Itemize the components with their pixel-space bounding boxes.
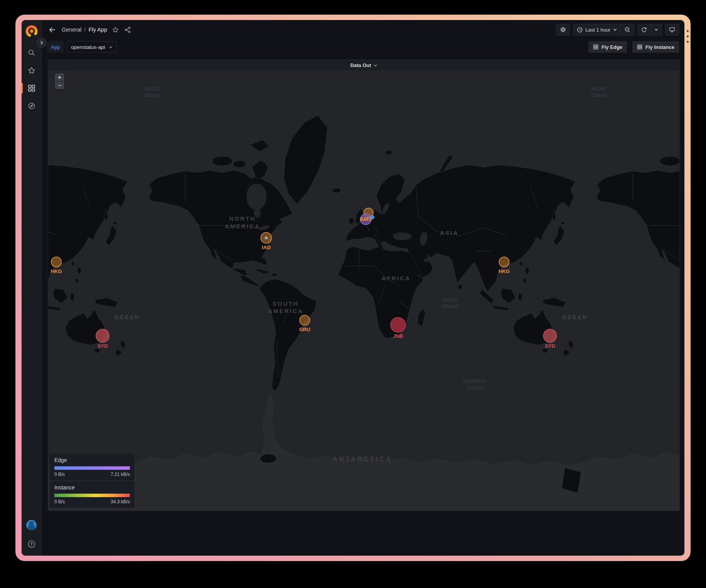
map-zoom-in-button[interactable]: + — [55, 73, 64, 81]
gear-icon — [560, 27, 566, 33]
label-southern-ocean-2: Ocean — [466, 384, 483, 390]
apps-grid-icon — [637, 44, 642, 50]
legend-instance-section: Instance 0 B/s 34.3 kB/s — [50, 481, 134, 508]
label-arctic-ocean-right-2: Ocean — [590, 92, 607, 98]
svg-text:AMS: AMS — [360, 216, 371, 222]
label-arctic-ocean-left-1: Arctic — [145, 85, 160, 92]
marker-syd[interactable]: SYD — [543, 329, 556, 349]
label-ocean-left: OCEAN — [114, 314, 140, 320]
label-north-america-1: NORTH — [229, 215, 256, 222]
label-antarctica: ANTARCTICA — [333, 456, 393, 462]
map-legend: Edge 0 B/s 7.21 kB/s Instance — [50, 454, 134, 508]
kiosk-mode-button[interactable] — [665, 24, 679, 35]
monitor-icon — [669, 27, 675, 33]
zoom-out-time-button[interactable] — [620, 24, 634, 35]
favorite-dashboard-button[interactable] — [112, 26, 119, 34]
label-southern-ocean-1: Southern — [463, 378, 486, 384]
refresh-interval-dropdown[interactable] — [651, 24, 662, 35]
refresh-group — [637, 24, 662, 35]
sidebar: ? — [22, 20, 42, 556]
share-icon — [124, 27, 131, 33]
arrow-left-icon — [49, 26, 56, 34]
map-zoom-control: + − — [54, 73, 65, 90]
label-indian-ocean-2: Ocean — [442, 303, 459, 309]
refresh-icon — [641, 27, 647, 33]
dashboards-grid-icon — [28, 84, 35, 92]
dashboard-links: Fly Edge Fly Instance — [588, 41, 679, 53]
time-range-label: Last 1 hour — [585, 27, 610, 33]
panel-header[interactable]: Data Out — [48, 60, 679, 70]
breadcrumb: General / Fly App — [47, 25, 132, 35]
legend-instance-title: Instance — [54, 484, 130, 491]
chevron-down-icon — [109, 45, 113, 49]
world-map-svg: Arctic Ocean Arctic Ocean NORTH AMERICA … — [48, 70, 679, 511]
svg-text:IAD: IAD — [262, 245, 271, 250]
sidebar-expand-button[interactable] — [37, 38, 47, 48]
sidebar-item-explore[interactable] — [22, 97, 42, 115]
app-variable-dropdown[interactable]: openstatus-api — [67, 41, 117, 53]
clock-icon — [577, 27, 583, 33]
marker-hkg[interactable]: HKG — [499, 257, 510, 274]
back-button[interactable] — [47, 25, 57, 35]
app-variable-label[interactable]: App — [47, 41, 64, 53]
legend-edge-max: 7.21 kB/s — [111, 472, 130, 477]
active-indicator — [22, 83, 23, 94]
svg-text:SYD: SYD — [97, 343, 108, 349]
world-map[interactable]: Arctic Ocean Arctic Ocean NORTH AMERICA … — [48, 70, 679, 511]
star-icon — [28, 67, 35, 74]
time-range-picker[interactable]: Last 1 hour — [573, 24, 620, 35]
ocean-background — [48, 70, 679, 511]
marker-syd-west[interactable]: SYD — [96, 329, 109, 349]
frame-grip-dot — [687, 35, 689, 37]
apps-grid-icon — [593, 44, 598, 50]
sidebar-item-dashboards[interactable] — [22, 79, 42, 97]
sidebar-item-starred[interactable] — [22, 62, 42, 79]
refresh-button[interactable] — [638, 24, 651, 35]
chevron-right-icon — [40, 41, 44, 45]
label-south-america-1: SOUTH — [272, 300, 299, 307]
legend-instance-max: 34.3 kB/s — [111, 499, 130, 504]
star-icon — [112, 27, 119, 33]
marker-hkg-west[interactable]: HKG — [51, 257, 62, 274]
sidebar-item-help[interactable]: ? — [22, 539, 42, 549]
share-dashboard-button[interactable] — [124, 26, 132, 34]
instance-marker-dot[interactable] — [371, 216, 374, 219]
label-arctic-ocean-right-1: Arctic — [591, 85, 606, 92]
fly-edge-label: Fly Edge — [602, 44, 622, 50]
window-frame: ? — [15, 15, 691, 561]
zoom-out-icon — [624, 27, 630, 33]
marker-iad[interactable]: IAD — [261, 233, 272, 250]
dashboard-settings-button[interactable] — [556, 24, 570, 35]
legend-edge-min: 0 B/s — [54, 472, 65, 477]
label-arctic-ocean-left-2: Ocean — [144, 92, 161, 98]
breadcrumb-dashboard-title[interactable]: Fly App — [89, 27, 107, 33]
svg-text:HKG: HKG — [51, 268, 62, 274]
breadcrumb-folder[interactable]: General — [62, 27, 82, 33]
main-content: General / Fly App — [42, 20, 684, 556]
label-africa: AFRICA — [382, 275, 410, 281]
legend-instance-min: 0 B/s — [54, 499, 65, 504]
label-asia: ASIA — [440, 230, 459, 236]
fly-instance-link[interactable]: Fly Instance — [632, 41, 679, 53]
grafana-logo-icon[interactable] — [25, 25, 38, 38]
chevron-down-icon — [373, 64, 377, 67]
legend-edge-title: Edge — [54, 457, 130, 463]
map-zoom-out-button[interactable]: − — [55, 81, 64, 89]
breadcrumb-separator: / — [84, 27, 86, 33]
screenshot-stage: ? — [0, 0, 706, 588]
svg-text:HKG: HKG — [499, 268, 510, 274]
sidebar-bottom: ? — [22, 520, 42, 549]
label-south-america-2: AMERICA — [268, 308, 303, 315]
user-avatar[interactable] — [26, 520, 37, 530]
search-icon — [28, 49, 35, 57]
time-picker-group: Last 1 hour — [573, 24, 634, 35]
fly-instance-label: Fly Instance — [645, 44, 674, 50]
marker-ams[interactable]: AMS — [360, 214, 371, 224]
fly-edge-link[interactable]: Fly Edge — [588, 41, 627, 53]
app-variable-value: openstatus-api — [71, 44, 105, 50]
svg-text:GRU: GRU — [299, 327, 310, 332]
frame-grip-dot — [687, 41, 689, 43]
svg-text:SYD: SYD — [545, 343, 555, 349]
marker-gru[interactable]: GRU — [299, 315, 310, 332]
panel-title: Data Out — [350, 62, 371, 68]
